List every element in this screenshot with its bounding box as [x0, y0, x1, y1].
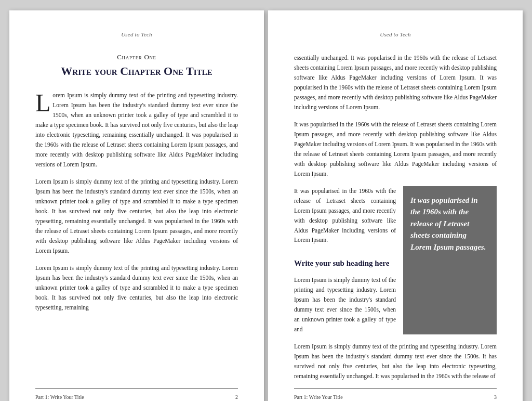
two-col-para: It was popularised in the 1960s with the… — [294, 186, 396, 245]
book-spread: Used to Tech Chapter One Write your Chap… — [9, 10, 523, 401]
chapter-title: Write your Chapter One Title — [35, 64, 238, 78]
left-page-number: 2 — [235, 394, 238, 400]
right-page-number: 3 — [494, 394, 497, 400]
right-page: Used to Tech essentially unchanged. It w… — [268, 10, 523, 401]
right-page-footer: Part 1: Write Your Title 3 — [294, 389, 497, 400]
left-footer-label: Part 1: Write Your Title — [35, 394, 84, 400]
pull-quote: It was popularised in the 1960s with the… — [403, 186, 497, 334]
right-body-para-1: essentially unchanged. It was popularise… — [294, 53, 497, 112]
left-page-footer: Part 1: Write Your Title 2 — [35, 389, 238, 400]
sub-left-para: Lorem Ipsum is simply dummy text of the … — [294, 275, 396, 334]
chapter-label: Chapter One — [35, 53, 238, 61]
left-page-content: Chapter One Write your Chapter One Title… — [35, 53, 238, 389]
two-col-left-text: It was popularised in the 1960s with the… — [294, 186, 396, 334]
right-page-header: Used to Tech — [294, 31, 497, 37]
subheading: Write your sub heading here — [294, 257, 396, 270]
drop-cap-paragraph: Lorem Ipsum is simply dummy text of the … — [35, 90, 238, 170]
left-page-header: Used to Tech — [35, 31, 238, 37]
left-body-para-3: Lorem Ipsum is simply dummy text of the … — [35, 263, 238, 313]
left-body-para-2: Lorem Ipsum is simply dummy text of the … — [35, 177, 238, 256]
right-body-para-2: It was popularised in the 1960s with the… — [294, 120, 497, 179]
two-col-section: It was popularised in the 1960s with the… — [294, 186, 497, 334]
right-footer-label: Part 1: Write Your Title — [294, 394, 343, 400]
right-body-para-3: Lorem Ipsum is simply dummy text of the … — [294, 342, 497, 381]
left-page: Used to Tech Chapter One Write your Chap… — [9, 10, 264, 401]
right-page-content: essentially unchanged. It was popularise… — [294, 53, 497, 389]
